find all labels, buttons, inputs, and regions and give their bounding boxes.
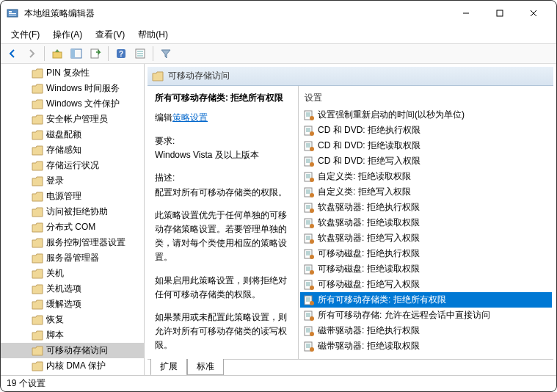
tree-item[interactable]: Windows 文件保护 <box>1 96 144 112</box>
svg-point-47 <box>310 193 314 197</box>
toolbar-separator <box>153 46 153 61</box>
properties-button[interactable] <box>131 45 149 62</box>
list-item[interactable]: 软盘驱动器: 拒绝执行权限 <box>300 200 552 215</box>
description-para2: 如果启用此策略设置，则将拒绝对任何可移动存储类的权限。 <box>155 274 291 302</box>
list-item[interactable]: 可移动磁盘: 拒绝读取权限 <box>300 261 552 277</box>
tree-item-label: 安全帐户管理员 <box>46 113 108 126</box>
tree-item[interactable]: Windows 时间服务 <box>1 81 144 96</box>
svg-rect-10 <box>71 49 75 58</box>
policy-setting-icon <box>303 310 315 322</box>
menu-action[interactable]: 操作(A) <box>47 27 88 43</box>
content-header: 可移动存储访问 <box>148 67 553 86</box>
svg-point-92 <box>310 332 314 336</box>
tree-item[interactable]: 电源管理 <box>1 189 144 204</box>
svg-point-42 <box>310 178 314 182</box>
tree-item[interactable]: 磁盘配额 <box>1 127 144 142</box>
tree-item[interactable]: 服务器管理器 <box>1 250 144 266</box>
list-item[interactable]: 磁带驱动器: 拒绝执行权限 <box>300 323 552 338</box>
tree-item[interactable]: 缓解选项 <box>1 297 144 312</box>
list-item-label: CD 和 DVD: 拒绝读取权限 <box>318 139 421 152</box>
tree-item[interactable]: 恢复 <box>1 312 144 327</box>
list-item-label: 所有可移动存储类: 拒绝所有权限 <box>318 294 446 306</box>
export-list-button[interactable] <box>87 45 104 62</box>
tree-item-label: 登录 <box>46 175 64 187</box>
list-item[interactable]: 所有可移动存储类: 拒绝所有权限 <box>300 292 552 308</box>
tree-item[interactable]: 关机 <box>1 266 144 281</box>
list-column-header[interactable]: 设置 <box>300 89 552 107</box>
tree-item[interactable]: 关机选项 <box>1 281 144 297</box>
list-item[interactable]: 可移动磁盘: 拒绝写入权限 <box>300 277 552 292</box>
tree-item[interactable]: PIN 复杂性 <box>1 65 144 81</box>
svg-point-97 <box>310 347 314 352</box>
tree-item[interactable]: 存储感知 <box>1 142 144 158</box>
minimize-button[interactable] <box>449 2 483 24</box>
description-para1: 此策略设置优先于任何单独的可移动存储策略设置。若要管理单独的类，请对每个类使用相… <box>155 208 291 265</box>
tree-item-label: Windows 时间服务 <box>46 82 120 95</box>
tree-item[interactable]: 访问被拒绝协助 <box>1 204 144 219</box>
folder-icon <box>32 84 43 94</box>
tree-item[interactable]: 安全帐户管理员 <box>1 112 144 127</box>
body: PIN 复杂性Windows 时间服务Windows 文件保护安全帐户管理员磁盘… <box>1 64 556 375</box>
list-item[interactable]: CD 和 DVD: 拒绝写入权限 <box>300 153 552 169</box>
svg-text:?: ? <box>119 50 123 58</box>
policy-setting-icon <box>303 264 315 275</box>
show-hide-tree-button[interactable] <box>68 45 85 62</box>
list-item[interactable]: 软盘驱动器: 拒绝写入权限 <box>300 231 552 246</box>
policy-setting-icon <box>303 156 315 167</box>
list-item-label: 磁带驱动器: 拒绝读取权限 <box>318 340 420 352</box>
tree-item[interactable]: 可移动存储访问 <box>1 343 144 358</box>
list-item[interactable]: 所有可移动存储: 允许在远程会话中直接访问 <box>300 308 552 323</box>
back-button[interactable] <box>4 45 21 62</box>
policy-setting-icon <box>303 325 315 337</box>
toolbar-separator <box>108 46 109 61</box>
tree-item-label: 内核 DMA 保护 <box>46 360 106 372</box>
help-button[interactable]: ? <box>112 45 130 62</box>
tree-item[interactable]: 内核 DMA 保护 <box>1 358 144 374</box>
list-item-label: 可移动磁盘: 拒绝写入权限 <box>318 278 420 291</box>
tree-item[interactable]: 脚本 <box>1 327 144 343</box>
list-item[interactable]: 软盘驱动器: 拒绝读取权限 <box>300 215 552 231</box>
list-item[interactable]: 设置强制重新启动的时间(以秒为单位) <box>300 107 552 123</box>
window-controls <box>449 2 550 24</box>
svg-point-72 <box>310 270 314 275</box>
list-item[interactable]: 自定义类: 拒绝读取权限 <box>300 169 552 184</box>
maximize-button[interactable] <box>483 2 517 24</box>
list-item[interactable]: 可移动磁盘: 拒绝执行权限 <box>300 246 552 261</box>
list-item[interactable]: CD 和 DVD: 拒绝读取权限 <box>300 138 552 153</box>
list-item-label: 所有可移动存储: 允许在远程会话中直接访问 <box>318 309 490 322</box>
tree-item-label: 关机 <box>46 267 64 280</box>
requirements-text: Windows Vista 及以上版本 <box>155 148 291 162</box>
folder-icon <box>32 99 43 109</box>
edit-policy-link[interactable]: 策略设置 <box>172 112 208 123</box>
list-item[interactable]: CD 和 DVD: 拒绝执行权限 <box>300 123 552 138</box>
content-header-title: 可移动存储访问 <box>168 70 230 82</box>
close-button[interactable] <box>517 2 550 24</box>
tab-standard[interactable]: 标准 <box>187 359 224 375</box>
filter-button[interactable] <box>157 45 175 62</box>
menu-view[interactable]: 查看(V) <box>90 27 131 43</box>
forward-button[interactable] <box>23 45 40 62</box>
list-item-label: 自定义类: 拒绝写入权限 <box>318 186 411 198</box>
list-item-label: 可移动磁盘: 拒绝读取权限 <box>318 263 420 275</box>
folder-icon <box>32 253 43 264</box>
policy-setting-icon <box>303 171 315 183</box>
up-button[interactable] <box>48 45 66 62</box>
list-item[interactable]: 自定义类: 拒绝写入权限 <box>300 184 552 200</box>
tree-item[interactable]: 登录 <box>1 173 144 189</box>
svg-rect-8 <box>53 52 62 58</box>
settings-list-pane[interactable]: 设置 设置强制重新启动的时间(以秒为单位)CD 和 DVD: 拒绝执行权限CD … <box>299 86 553 359</box>
tree-item[interactable]: 服务控制管理器设置 <box>1 235 144 250</box>
tree-item-label: 电源管理 <box>46 190 81 203</box>
tree-pane[interactable]: PIN 复杂性Windows 时间服务Windows 文件保护安全帐户管理员磁盘… <box>1 64 145 375</box>
list-item[interactable]: 磁带驱动器: 拒绝读取权限 <box>300 338 552 354</box>
tree-item-label: 缓解选项 <box>46 298 81 311</box>
svg-point-87 <box>310 316 314 321</box>
policy-setting-icon <box>303 109 315 121</box>
statusbar: 19 个设置 <box>1 375 556 391</box>
tree-item[interactable]: 存储运行状况 <box>1 158 144 173</box>
tab-extended[interactable]: 扩展 <box>150 359 187 375</box>
tree-item[interactable]: 分布式 COM <box>1 219 144 235</box>
folder-icon <box>32 161 43 171</box>
menu-file[interactable]: 文件(F) <box>5 27 45 43</box>
menu-help[interactable]: 帮助(H) <box>132 27 174 43</box>
